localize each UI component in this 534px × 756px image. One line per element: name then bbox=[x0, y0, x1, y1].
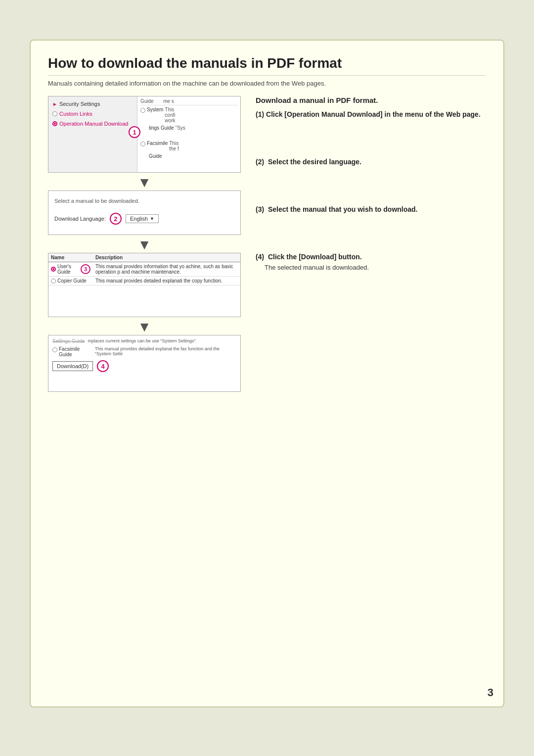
row3-text: Facsimile bbox=[147, 141, 168, 146]
row2-text: tings Guide bbox=[149, 125, 174, 131]
step1-screenshot: ► Security Settings Custom Links Operati… bbox=[48, 96, 241, 173]
language-value: English bbox=[130, 216, 148, 222]
facsimile-label: Facsimile Guide bbox=[59, 346, 91, 357]
manual-table: Name Description User's Guide 3 bbox=[48, 253, 240, 285]
step1-num: (1) bbox=[256, 110, 264, 118]
page-container: How to download the manuals in PDF forma… bbox=[30, 40, 504, 708]
step1-title: (1) Click [Operation Manual Download] in… bbox=[256, 110, 486, 118]
step2-badge: 2 bbox=[110, 213, 122, 225]
step4-settings-row: Settings Guide mplaces current settings … bbox=[52, 338, 236, 344]
step2-inner: Select a manual to be downloaded. Downlo… bbox=[48, 191, 240, 230]
row2-desc: "Sys bbox=[176, 125, 185, 131]
step-arrow-1: ▼ bbox=[48, 176, 241, 189]
step3-num: (3) bbox=[256, 205, 264, 213]
step4-screenshot: Settings Guide mplaces current settings … bbox=[48, 335, 241, 392]
step-arrow-3: ▼ bbox=[48, 320, 241, 334]
row1-radio bbox=[140, 108, 145, 113]
step1-badge-area: 1 bbox=[137, 126, 140, 138]
step3-title: (3) Select the manual that you wish to d… bbox=[256, 205, 486, 213]
copier-guide-name-cell: Copier Guide bbox=[48, 277, 93, 285]
select-arrow-icon: ▼ bbox=[150, 216, 154, 221]
instruction-heading: Download a manual in PDF format. bbox=[256, 96, 486, 104]
menu-item-security[interactable]: ► Security Settings bbox=[48, 99, 137, 109]
operation-radio bbox=[52, 121, 57, 126]
col-name-header: Name bbox=[48, 253, 93, 262]
step2-row: Download Language: 2 English ▼ bbox=[54, 213, 234, 225]
step3-screenshot: Name Description User's Guide 3 bbox=[48, 253, 241, 317]
copier-guide-desc: This manual provides detailed explanati … bbox=[93, 277, 240, 285]
step2-num: (2) bbox=[256, 158, 264, 166]
left-panel: ► Security Settings Custom Links Operati… bbox=[48, 96, 241, 395]
custom-radio bbox=[52, 111, 57, 116]
row3-desc: Thisthe f bbox=[169, 141, 178, 151]
menu-operation-label: Operation Manual Download bbox=[59, 121, 128, 127]
table-row-copier-guide: Copier Guide This manual provides detail… bbox=[48, 277, 240, 285]
col-desc-header: Description bbox=[93, 253, 240, 262]
step1-badge: 1 bbox=[137, 126, 140, 138]
step2-label: Download Language: bbox=[54, 216, 106, 222]
page-subtitle: Manuals containing detailed information … bbox=[48, 80, 486, 87]
step3-label: Select the manual that you wish to downl… bbox=[268, 205, 418, 213]
instruction-step-3: (3) Select the manual that you wish to d… bbox=[256, 205, 486, 213]
row1-desc: Thisconfiwork bbox=[165, 107, 175, 123]
step2-screenshot: Select a manual to be downloaded. Downlo… bbox=[48, 190, 241, 235]
step4-desc1: mplaces current settings can be use "Sys… bbox=[88, 338, 197, 343]
page-title: How to download the manuals in PDF forma… bbox=[48, 55, 486, 76]
step-arrow-2: ▼ bbox=[48, 238, 241, 252]
menu-content: Guide me s System Thisconfiwork tings Gu… bbox=[137, 96, 240, 172]
page-number: 3 bbox=[488, 686, 493, 699]
language-select[interactable]: English ▼ bbox=[126, 214, 159, 223]
step4-download-row: Download(D) 4 bbox=[52, 360, 236, 372]
users-guide-name-cell: User's Guide 3 bbox=[48, 262, 93, 277]
menu-row-3: Facsimile Thisthe f bbox=[140, 141, 237, 151]
download-button[interactable]: Download(D) bbox=[52, 361, 93, 371]
step2-label: Select the desired language. bbox=[268, 158, 361, 166]
step3-badge: 3 bbox=[81, 264, 90, 274]
instruction-step-4: (4) Click the [Download] button. The sel… bbox=[256, 253, 486, 273]
menu-content-header: Guide me s bbox=[140, 98, 237, 105]
step2-title: (2) Select the desired language. bbox=[256, 158, 486, 166]
row3-radio bbox=[140, 142, 145, 146]
step4-label: Click the [Download] button. bbox=[268, 253, 362, 261]
menu-security-label: Security Settings bbox=[59, 101, 100, 107]
step4-detail: The selected manual is downloaded. bbox=[256, 263, 486, 273]
menu-row-1: System Thisconfiwork bbox=[140, 107, 237, 123]
step1-label: Click [Operation Manual Download] in the… bbox=[266, 110, 481, 118]
facsimile-desc: This manual provides detailed explanat t… bbox=[95, 346, 236, 356]
users-guide-radio bbox=[51, 267, 56, 272]
step4-facsimile-row: Facsimile Guide This manual provides det… bbox=[52, 346, 236, 357]
menu-arrow-icon: ► bbox=[52, 101, 57, 107]
step4-badge: 4 bbox=[97, 360, 109, 372]
row1-text: System bbox=[147, 107, 163, 112]
row4-text: Guide bbox=[149, 153, 162, 159]
step4-inner: Settings Guide mplaces current settings … bbox=[48, 335, 240, 375]
users-guide-desc: This manual provides information that yo… bbox=[93, 262, 240, 277]
menu-row-2: tings Guide "Sys bbox=[140, 125, 237, 131]
table-row-users-guide: User's Guide 3 This manual provides info… bbox=[48, 262, 240, 277]
copier-guide-radio bbox=[51, 279, 56, 284]
instruction-step-2: (2) Select the desired language. bbox=[256, 158, 486, 166]
menu-custom-label: Custom Links bbox=[59, 111, 92, 117]
instruction-step-1: (1) Click [Operation Manual Download] in… bbox=[256, 110, 486, 118]
step2-text1: Select a manual to be downloaded. bbox=[54, 198, 234, 204]
menu-sidebar: ► Security Settings Custom Links Operati… bbox=[48, 96, 137, 172]
right-panel: Download a manual in PDF format. (1) Cli… bbox=[251, 96, 486, 395]
menu-item-operation[interactable]: Operation Manual Download bbox=[48, 119, 137, 129]
content-area: ► Security Settings Custom Links Operati… bbox=[48, 96, 486, 395]
step4-num: (4) bbox=[256, 253, 264, 261]
copier-guide-label: Copier Guide bbox=[57, 278, 87, 284]
users-guide-label: User's Guide bbox=[57, 264, 78, 275]
step4-title: (4) Click the [Download] button. bbox=[256, 253, 486, 261]
facsimile-radio bbox=[52, 347, 57, 352]
menu-row-4: Guide bbox=[140, 153, 237, 159]
menu-item-custom[interactable]: Custom Links bbox=[48, 109, 137, 119]
settings-guide-strikethrough: Settings Guide bbox=[52, 338, 85, 344]
